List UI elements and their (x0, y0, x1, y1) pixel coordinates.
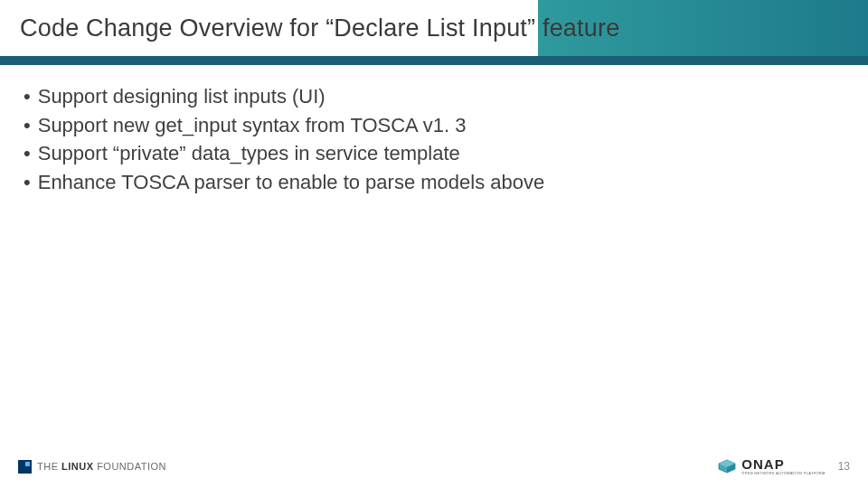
lf-prefix: THE (37, 461, 59, 472)
linux-foundation-logo: THE LINUX FOUNDATION (18, 460, 166, 474)
lf-main: LINUX (61, 461, 94, 472)
onap-text: ONAP OPEN NETWORK AUTOMATION PLATFORM (741, 457, 825, 475)
bullet-list: Support designing list inputs (UI) Suppo… (24, 83, 844, 196)
list-item: Support designing list inputs (UI) (24, 83, 844, 110)
title-underbar (0, 56, 868, 65)
bullet-text: Support “private” data_types in service … (38, 140, 460, 167)
onap-logo: ONAP OPEN NETWORK AUTOMATION PLATFORM (717, 457, 825, 475)
list-item: Support “private” data_types in service … (24, 140, 844, 167)
list-item: Support new get_input syntax from TOSCA … (24, 112, 844, 139)
footer: THE LINUX FOUNDATION ONAP OPEN NETWORK A… (0, 450, 868, 488)
onap-label: ONAP (741, 457, 825, 471)
onap-icon (717, 459, 737, 474)
content-area: Support designing list inputs (UI) Suppo… (0, 65, 868, 196)
bullet-text: Support designing list inputs (UI) (38, 83, 326, 110)
linux-foundation-text: THE LINUX FOUNDATION (37, 461, 166, 472)
bullet-text: Enhance TOSCA parser to enable to parse … (38, 169, 545, 196)
footer-right: ONAP OPEN NETWORK AUTOMATION PLATFORM 13 (717, 457, 850, 475)
lf-suffix: FOUNDATION (97, 461, 166, 472)
bullet-text: Support new get_input syntax from TOSCA … (38, 112, 467, 139)
slide-title: Code Change Overview for “Declare List I… (20, 14, 619, 42)
list-item: Enhance TOSCA parser to enable to parse … (24, 169, 844, 196)
title-band: Code Change Overview for “Declare List I… (0, 0, 868, 56)
page-number: 13 (838, 460, 850, 473)
onap-tagline: OPEN NETWORK AUTOMATION PLATFORM (741, 472, 825, 475)
linux-foundation-icon (18, 460, 32, 474)
